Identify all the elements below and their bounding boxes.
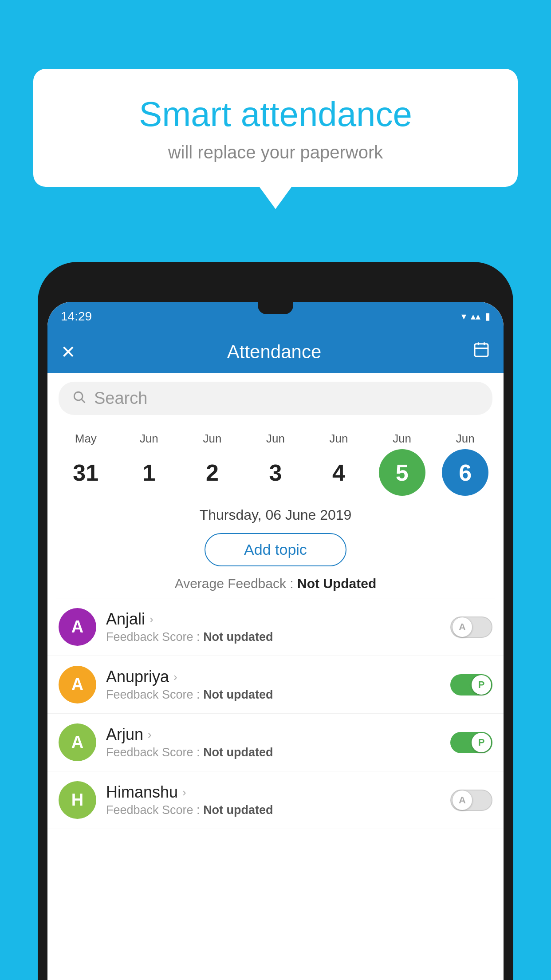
calendar-day[interactable]: Jun3: [249, 432, 302, 496]
status-time: 14:29: [61, 309, 92, 324]
attendance-toggle[interactable]: P: [450, 674, 492, 695]
cal-month-label: Jun: [456, 432, 475, 446]
cal-date-number[interactable]: 5: [379, 449, 425, 496]
add-topic-button[interactable]: Add topic: [205, 533, 346, 566]
svg-line-5: [82, 399, 85, 403]
feedback-summary-value: Not Updated: [297, 576, 376, 591]
svg-rect-0: [475, 344, 488, 356]
student-info: Arjun ›Feedback Score : Not updated: [96, 725, 450, 759]
student-row[interactable]: HHimanshu ›Feedback Score : Not updatedA: [47, 771, 504, 829]
chevron-right-icon: ›: [182, 786, 186, 799]
student-row[interactable]: AArjun ›Feedback Score : Not updatedP: [47, 714, 504, 771]
cal-month-label: May: [75, 432, 97, 446]
cal-date-number[interactable]: 4: [315, 449, 362, 496]
student-feedback: Feedback Score : Not updated: [106, 688, 450, 702]
speech-bubble-title: Smart attendance: [69, 95, 482, 134]
status-icons: ▾ ▴▴ ▮: [461, 311, 490, 322]
student-feedback: Feedback Score : Not updated: [106, 803, 450, 817]
student-info: Anjali ›Feedback Score : Not updated: [96, 610, 450, 644]
student-avatar: H: [59, 781, 96, 819]
student-name: Arjun ›: [106, 725, 450, 744]
calendar-day[interactable]: Jun6: [439, 432, 492, 496]
cal-month-label: Jun: [330, 432, 348, 446]
student-avatar: A: [59, 608, 96, 646]
student-avatar: A: [59, 666, 96, 703]
signal-icon: ▴▴: [471, 311, 480, 322]
student-name: Anupriya ›: [106, 668, 450, 686]
toggle-knob: P: [472, 675, 491, 695]
attendance-toggle[interactable]: P: [450, 732, 492, 753]
student-info: Anupriya ›Feedback Score : Not updated: [96, 668, 450, 702]
phone-notch: [258, 302, 293, 314]
calendar-day[interactable]: May31: [59, 432, 112, 496]
student-feedback: Feedback Score : Not updated: [106, 630, 450, 644]
chevron-right-icon: ›: [150, 612, 153, 626]
cal-month-label: Jun: [203, 432, 221, 446]
student-info: Himanshu ›Feedback Score : Not updated: [96, 783, 450, 817]
search-icon: [72, 390, 86, 407]
selected-date-label: Thursday, 06 June 2019: [47, 498, 504, 528]
calendar-icon[interactable]: [472, 341, 490, 363]
speech-bubble-subtitle: will replace your paperwork: [69, 142, 482, 162]
calendar-day[interactable]: Jun2: [185, 432, 239, 496]
cal-date-number[interactable]: 31: [63, 449, 109, 496]
calendar-day[interactable]: Jun4: [312, 432, 366, 496]
student-row[interactable]: AAnjali ›Feedback Score : Not updatedA: [47, 598, 504, 656]
close-button[interactable]: ✕: [61, 342, 76, 362]
students-list: AAnjali ›Feedback Score : Not updatedAAA…: [47, 598, 504, 829]
chevron-right-icon: ›: [173, 670, 177, 684]
cal-date-number[interactable]: 3: [252, 449, 299, 496]
feedback-summary: Average Feedback : Not Updated: [47, 572, 504, 598]
cal-month-label: Jun: [266, 432, 285, 446]
calendar-day[interactable]: Jun1: [122, 432, 176, 496]
cal-month-label: Jun: [393, 432, 411, 446]
student-avatar: A: [59, 723, 96, 761]
student-row[interactable]: AAnupriya ›Feedback Score : Not updatedP: [47, 656, 504, 714]
calendar-day[interactable]: Jun5: [375, 432, 429, 496]
attendance-toggle[interactable]: A: [450, 616, 492, 638]
cal-date-number[interactable]: 6: [442, 449, 488, 496]
student-feedback: Feedback Score : Not updated: [106, 746, 450, 759]
battery-icon: ▮: [485, 311, 490, 322]
svg-point-4: [74, 392, 83, 400]
search-bar[interactable]: Search: [59, 382, 492, 415]
attendance-toggle[interactable]: A: [450, 790, 492, 811]
app-header: ✕ Attendance: [47, 331, 504, 373]
student-name: Himanshu ›: [106, 783, 450, 802]
phone-screen: 14:29 ▾ ▴▴ ▮ ✕ Attendance: [47, 302, 504, 980]
header-title: Attendance: [227, 341, 322, 363]
toggle-knob: A: [453, 790, 472, 810]
wifi-icon: ▾: [461, 311, 466, 322]
toggle-knob: A: [453, 617, 472, 637]
cal-date-number[interactable]: 2: [189, 449, 236, 496]
toggle-knob: P: [472, 733, 491, 752]
background: Smart attendance will replace your paper…: [0, 0, 551, 980]
search-input[interactable]: Search: [94, 389, 147, 408]
cal-date-number[interactable]: 1: [126, 449, 172, 496]
cal-month-label: Jun: [140, 432, 158, 446]
speech-bubble: Smart attendance will replace your paper…: [33, 69, 518, 187]
student-name: Anjali ›: [106, 610, 450, 628]
calendar-strip: May31Jun1Jun2Jun3Jun4Jun5Jun6: [47, 424, 504, 498]
chevron-right-icon: ›: [148, 728, 152, 742]
feedback-summary-label: Average Feedback :: [175, 576, 294, 591]
phone-frame: 14:29 ▾ ▴▴ ▮ ✕ Attendance: [38, 262, 513, 980]
